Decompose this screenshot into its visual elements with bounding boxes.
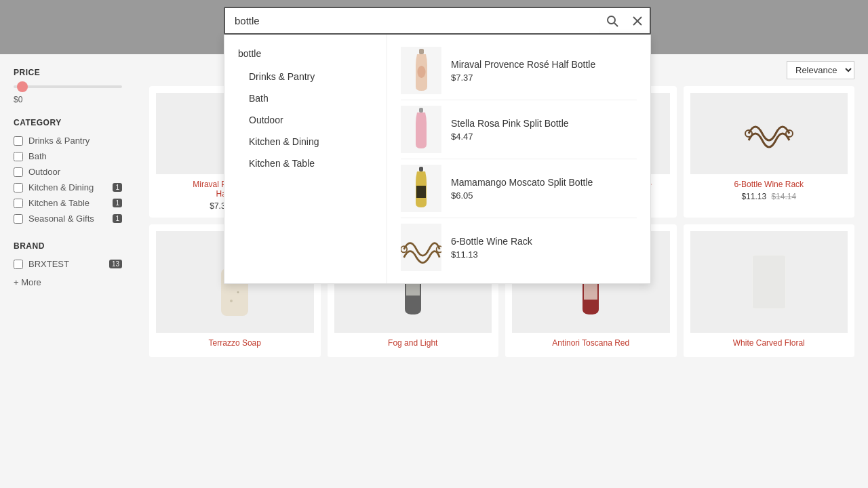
product-suggestion-1[interactable]: Miraval Provence Rosé Half Bottle $7.37 — [401, 41, 637, 100]
svg-rect-26 — [419, 108, 423, 113]
category-section-title: CATEGORY — [14, 118, 122, 127]
product-thumb-3 — [401, 165, 441, 212]
suggestion-main[interactable]: bottle — [224, 41, 387, 66]
product-info-1: Miraval Provence Rosé Half Bottle $7.37 — [451, 59, 637, 83]
svg-point-25 — [417, 66, 425, 78]
products-panel: Miraval Provence Rosé Half Bottle $7.37 … — [387, 35, 650, 283]
svg-line-21 — [614, 23, 618, 26]
search-box — [224, 7, 651, 35]
suggestions-panel: bottle Drinks & Pantry Bath Outdoor Kitc… — [224, 35, 387, 283]
filter-brxtest[interactable]: BRXTEST 13 — [14, 259, 122, 269]
search-button[interactable] — [599, 9, 625, 33]
svg-rect-28 — [416, 186, 426, 198]
product-card-8[interactable]: White Carved Floral — [684, 224, 855, 357]
svg-rect-19 — [753, 256, 785, 308]
product-info-2: Stella Rosa Pink Split Bottle $4.47 — [451, 118, 637, 142]
filter-kitchen-dining[interactable]: Kitchen & Dining 1 — [14, 182, 122, 192]
suggestion-category-4[interactable]: Kitchen & Dining — [224, 131, 387, 152]
suggestion-category-2[interactable]: Bath — [224, 87, 387, 109]
sort-select[interactable]: Relevance — [787, 61, 854, 79]
price-section-title: PRICE — [14, 68, 122, 77]
search-input[interactable] — [225, 8, 599, 33]
svg-rect-27 — [419, 167, 423, 171]
brand-section-title: BRAND — [14, 241, 122, 251]
product-suggestion-4[interactable]: 6-Bottle Wine Rack $11.13 — [401, 218, 637, 277]
product-info-4: 6-Bottle Wine Rack $11.13 — [451, 236, 637, 260]
filter-seasonal-gifts[interactable]: Seasonal & Gifts 1 — [14, 214, 122, 224]
suggestion-category-5[interactable]: Kitchen & Table — [224, 152, 387, 174]
svg-point-20 — [608, 16, 615, 24]
more-brands-link[interactable]: + More — [14, 277, 122, 287]
search-dropdown: bottle Drinks & Pantry Bath Outdoor Kitc… — [224, 35, 651, 284]
filter-outdoor[interactable]: Outdoor — [14, 167, 122, 177]
filter-drinks-pantry[interactable]: Drinks & Pantry — [14, 136, 122, 146]
product-info-3: Mamamango Moscato Split Bottle $6.05 — [451, 177, 637, 201]
filter-kitchen-table[interactable]: Kitchen & Table 1 — [14, 198, 122, 208]
search-icon — [606, 15, 618, 27]
svg-point-13 — [230, 300, 233, 302]
clear-button[interactable] — [625, 10, 650, 32]
product-suggestion-3[interactable]: Mamamango Moscato Split Bottle $6.05 — [401, 159, 637, 218]
product-thumb-2 — [401, 106, 441, 153]
suggestion-category-3[interactable]: Outdoor — [224, 109, 387, 131]
product-thumb-4 — [401, 224, 441, 271]
svg-rect-24 — [419, 49, 424, 54]
search-overlay: bottle Drinks & Pantry Bath Outdoor Kitc… — [224, 7, 651, 284]
product-card-4[interactable]: 6-Bottle Wine Rack $11.13 $14.14 — [684, 86, 855, 218]
product-suggestion-2[interactable]: Stella Rosa Pink Split Bottle $4.47 — [401, 100, 637, 159]
filter-bath[interactable]: Bath — [14, 151, 122, 161]
price-min-label: $0 — [14, 95, 122, 104]
svg-point-12 — [237, 291, 239, 293]
suggestion-category-1[interactable]: Drinks & Pantry — [224, 66, 387, 87]
close-icon — [632, 16, 643, 26]
product-thumb-1 — [401, 47, 441, 94]
